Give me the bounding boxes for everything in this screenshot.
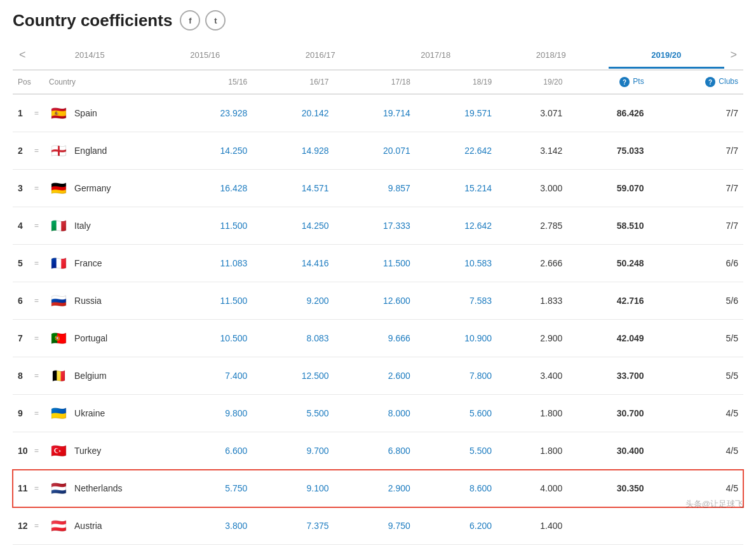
- val-1718: 6.800: [334, 432, 415, 470]
- val-1718: 9.750: [334, 507, 415, 545]
- val-1718: 11.500: [334, 245, 415, 282]
- table-row: 11=🇳🇱Netherlands5.7509.1002.9008.6004.00…: [13, 470, 743, 507]
- table-row: 2=🏴󠁧󠁢󠁥󠁮󠁧󠁿England14.25014.92820.07122.642…: [13, 132, 743, 170]
- pos-cell: 11=: [13, 470, 44, 507]
- val-1617: 14.250: [252, 207, 334, 245]
- flag-icon: 🇩🇪: [49, 179, 68, 198]
- val-1617: 12.500: [252, 357, 334, 395]
- col-header-pts: ? Pts: [567, 71, 649, 94]
- year-tab-201920[interactable]: 2019/20: [609, 43, 724, 67]
- flag-icon: 🇺🇦: [49, 404, 68, 423]
- table-row: 4=🇮🇹Italy11.50014.25017.33312.6422.78558…: [13, 207, 743, 245]
- pos-cell: 12=: [13, 507, 44, 545]
- val-1718: 8.000: [334, 395, 415, 432]
- next-year-arrow[interactable]: >: [724, 41, 743, 69]
- pts-value: 50.248: [567, 245, 649, 282]
- val-1516: 9.800: [171, 395, 252, 432]
- country-cell: 🇳🇱Netherlands: [44, 470, 171, 507]
- table-header-row: Pos Country 15/16 16/17 17/18 18/19 19/2…: [13, 71, 743, 94]
- pts-value: 30.400: [567, 432, 649, 470]
- val-1617: 9.200: [252, 282, 334, 320]
- val-1516: 14.250: [171, 132, 252, 170]
- country-cell: 🇦🇹Austria: [44, 507, 171, 545]
- page-title: Country coefficients: [13, 11, 172, 31]
- clubs-value: 5/6: [649, 282, 743, 320]
- country-cell: 🇩🇪Germany: [44, 170, 171, 207]
- val-1718: 9.666: [334, 320, 415, 357]
- val-1718: 2.900: [334, 470, 415, 507]
- year-tab-201415[interactable]: 2014/15: [32, 43, 148, 67]
- val-1920: 2.785: [497, 207, 567, 245]
- val-1920: 3.071: [497, 94, 567, 132]
- flag-icon: 🇳🇱: [49, 479, 68, 498]
- val-1819: 10.900: [415, 320, 497, 357]
- table-body: 1=🇪🇸Spain23.92820.14219.71419.5713.07186…: [13, 94, 743, 545]
- pts-value: 58.510: [567, 207, 649, 245]
- col-header-country: Country: [44, 71, 171, 94]
- year-tab-201617[interactable]: 2016/17: [263, 43, 379, 67]
- pts-value: [567, 507, 649, 545]
- col-header-1819: 18/19: [415, 71, 497, 94]
- pos-cell: 1=: [13, 94, 44, 132]
- val-1718: 12.600: [334, 282, 415, 320]
- flag-icon: 🇪🇸: [49, 104, 68, 123]
- pts-info-icon: ?: [619, 77, 630, 87]
- val-1617: 9.100: [252, 470, 334, 507]
- watermark: 头条@让足球飞: [685, 498, 743, 510]
- val-1617: 14.416: [252, 245, 334, 282]
- val-1819: 5.600: [415, 395, 497, 432]
- year-tab-201516[interactable]: 2015/16: [147, 43, 263, 67]
- table-row: 8=🇧🇪Belgium7.40012.5002.6007.8003.40033.…: [13, 357, 743, 395]
- pos-cell: 8=: [13, 357, 44, 395]
- twitter-button[interactable]: t: [205, 10, 226, 31]
- val-1516: 23.928: [171, 94, 252, 132]
- year-tab-201819[interactable]: 2018/19: [494, 43, 609, 67]
- val-1718: 2.600: [334, 357, 415, 395]
- val-1617: 9.700: [252, 432, 334, 470]
- clubs-value: 7/7: [649, 170, 743, 207]
- val-1617: 14.928: [252, 132, 334, 170]
- clubs-info-icon: ?: [705, 77, 715, 87]
- pos-cell: 6=: [13, 282, 44, 320]
- prev-year-arrow[interactable]: <: [13, 41, 32, 69]
- clubs-value: 4/5: [649, 395, 743, 432]
- country-cell: 🇧🇪Belgium: [44, 357, 171, 395]
- facebook-icon: f: [189, 16, 191, 25]
- val-1819: 7.583: [415, 282, 497, 320]
- val-1819: 6.200: [415, 507, 497, 545]
- clubs-value: 7/7: [649, 132, 743, 170]
- pos-cell: 9=: [13, 395, 44, 432]
- val-1617: 20.142: [252, 94, 334, 132]
- clubs-value: 7/7: [649, 94, 743, 132]
- year-tab-201718[interactable]: 2017/18: [378, 43, 494, 67]
- table-row: 5=🇫🇷France11.08314.41611.50010.5832.6665…: [13, 245, 743, 282]
- flag-icon: 🏴󠁧󠁢󠁥󠁮󠁧󠁿: [49, 141, 68, 160]
- val-1617: 14.571: [252, 170, 334, 207]
- val-1920: 1.400: [497, 507, 567, 545]
- val-1819: 22.642: [415, 132, 497, 170]
- val-1718: 17.333: [334, 207, 415, 245]
- country-cell: 🇷🇺Russia: [44, 282, 171, 320]
- table-row: 3=🇩🇪Germany16.42814.5719.85715.2143.0005…: [13, 170, 743, 207]
- pts-value: 42.049: [567, 320, 649, 357]
- val-1617: 8.083: [252, 320, 334, 357]
- pos-cell: 10=: [13, 432, 44, 470]
- val-1516: 10.500: [171, 320, 252, 357]
- col-header-clubs: ? Clubs: [649, 71, 743, 94]
- flag-icon: 🇮🇹: [49, 216, 68, 235]
- val-1819: 12.642: [415, 207, 497, 245]
- facebook-button[interactable]: f: [180, 10, 200, 31]
- table-row: 7=🇵🇹Portugal10.5008.0839.66610.9002.9004…: [13, 320, 743, 357]
- country-cell: 🇹🇷Turkey: [44, 432, 171, 470]
- col-header-1920: 19/20: [497, 71, 567, 94]
- val-1819: 5.500: [415, 432, 497, 470]
- val-1920: 2.900: [497, 320, 567, 357]
- col-header-1617: 16/17: [252, 71, 334, 94]
- val-1718: 9.857: [334, 170, 415, 207]
- table-row: 10=🇹🇷Turkey6.6009.7006.8005.5001.80030.4…: [13, 432, 743, 470]
- clubs-value: 6/6: [649, 245, 743, 282]
- pts-value: 30.700: [567, 395, 649, 432]
- social-icons: f t: [180, 10, 226, 31]
- country-cell: 🇪🇸Spain: [44, 94, 171, 132]
- flag-icon: 🇹🇷: [49, 441, 68, 460]
